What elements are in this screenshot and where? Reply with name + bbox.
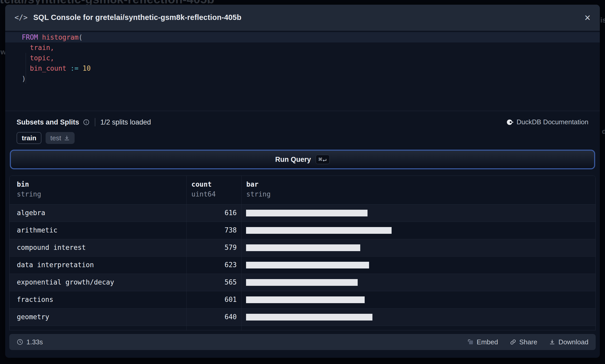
close-icon[interactable]: × [585, 12, 590, 23]
sql-console-modal: </> SQL Console for gretelai/synthetic-g… [5, 5, 600, 358]
info-icon[interactable] [83, 119, 90, 126]
split-label: test [50, 134, 61, 142]
cell-bar [241, 274, 595, 291]
column-type: string [17, 190, 186, 198]
splits-loaded-status: 1/2 splits loaded [100, 118, 151, 126]
cell-count: 601 [186, 291, 241, 308]
column-name: bar [246, 180, 595, 188]
table-row: geometry640 [10, 309, 595, 326]
cell-bin: data interpretation [10, 257, 186, 274]
cell-bin [10, 326, 186, 330]
cell-count: 640 [186, 309, 241, 326]
duckdb-documentation-label: DuckDB Documentation [517, 118, 588, 126]
table-row: exponential growth/decay565 [10, 274, 595, 291]
code-line: topic, [5, 53, 600, 63]
cell-bin: exponential growth/decay [10, 274, 186, 291]
cell-bin: geometry [10, 309, 186, 326]
code-line: FROM histogram( [5, 32, 600, 42]
code-token [78, 64, 83, 72]
column-header-count: countuint64 [186, 176, 241, 204]
download-icon [549, 339, 555, 345]
sql-editor[interactable]: FROM histogram( train, topic, bin_count … [5, 31, 600, 111]
split-label: train [22, 134, 36, 142]
code-token [22, 44, 30, 52]
code-line: train, [5, 42, 600, 53]
duckdb-logo-icon [506, 119, 514, 126]
column-type: string [246, 190, 595, 198]
query-duration-value: 1.33s [26, 338, 43, 346]
table-row: algebra616 [10, 205, 595, 222]
results-table[interactable]: binstringcountuint64barstring algebra616… [9, 176, 596, 330]
code-token: ) [22, 75, 26, 83]
backdrop-text-fragment: d [602, 127, 605, 136]
split-button-train[interactable]: train [17, 132, 41, 144]
download-icon [64, 135, 70, 141]
query-duration: 1.33s [17, 338, 43, 346]
modal-footer: 1.33s EmbedShareDownload [9, 334, 596, 350]
code-token: histogram [42, 33, 78, 41]
table-row: compound interest579 [10, 239, 595, 257]
table-row: data interpretation623 [10, 257, 595, 274]
embed-button[interactable]: Embed [467, 338, 498, 346]
vertical-divider [95, 118, 95, 126]
run-query-label: Run Query [275, 156, 311, 164]
code-line: bin_count := 10 [5, 63, 600, 74]
table-row: fractions601 [10, 291, 595, 309]
cell-bin: algebra [10, 205, 186, 222]
code-token: := [70, 64, 78, 72]
run-query-button[interactable]: Run Query ⌘↵ [10, 150, 595, 169]
indent-guide [26, 53, 26, 84]
column-name: count [191, 180, 241, 188]
modal-title: SQL Console for gretelai/synthetic-gsm8k… [33, 13, 242, 22]
cell-count: 579 [186, 239, 241, 256]
cell-count: 738 [186, 222, 241, 239]
histogram-bar [246, 296, 365, 303]
subsets-title: Subsets and Splits [17, 118, 79, 126]
backdrop-text-fragment: is [600, 16, 605, 24]
cell-bar [241, 257, 595, 274]
histogram-bar [246, 227, 392, 234]
modal-header: </> SQL Console for gretelai/synthetic-g… [5, 5, 600, 31]
column-type: uint64 [191, 190, 241, 198]
download-label: Download [558, 338, 588, 346]
backdrop-page-title: gretelai/synthetic-gsm8k-reflection-405b [0, 0, 214, 5]
cell-count: 616 [186, 205, 241, 222]
code-line: ) [5, 74, 600, 84]
column-name: bin [17, 180, 186, 188]
duckdb-documentation-link[interactable]: DuckDB Documentation [506, 118, 588, 126]
split-button-test[interactable]: test [46, 132, 75, 144]
share-button[interactable]: Share [510, 338, 537, 346]
embed-icon [467, 339, 474, 345]
download-button[interactable]: Download [549, 338, 588, 346]
column-header-bin: binstring [10, 176, 186, 204]
share-icon [510, 339, 516, 345]
histogram-bar [246, 244, 360, 251]
footer-actions: EmbedShareDownload [467, 338, 588, 346]
code-token: train [30, 44, 50, 52]
table-row [10, 326, 595, 330]
cell-bar [241, 291, 595, 308]
splits-row: traintest [17, 132, 75, 144]
code-token: ( [78, 33, 83, 41]
table-row: arithmetic738 [10, 222, 595, 239]
cell-count: 565 [186, 274, 241, 291]
histogram-bar [246, 279, 358, 286]
embed-label: Embed [477, 338, 498, 346]
cell-count: 623 [186, 257, 241, 274]
code-token: 10 [83, 64, 91, 72]
code-token: , [50, 54, 54, 62]
cell-bin: arithmetic [10, 222, 186, 239]
code-token: topic [30, 54, 50, 62]
histogram-bar [246, 262, 369, 268]
cell-count [186, 326, 241, 330]
subsets-and-splits-row: Subsets and Splits 1/2 splits loaded [17, 117, 151, 128]
share-label: Share [519, 338, 537, 346]
code-token: , [50, 44, 54, 52]
backdrop-page-strip: gretelai/synthetic-gsm8k-reflection-405b [0, 0, 311, 5]
cell-bar [241, 205, 595, 222]
cell-bin: compound interest [10, 239, 186, 256]
code-token [38, 33, 42, 41]
clock-icon [17, 339, 23, 345]
results-table-body: algebra616arithmetic738compound interest… [10, 205, 595, 330]
cell-bar [241, 326, 595, 330]
